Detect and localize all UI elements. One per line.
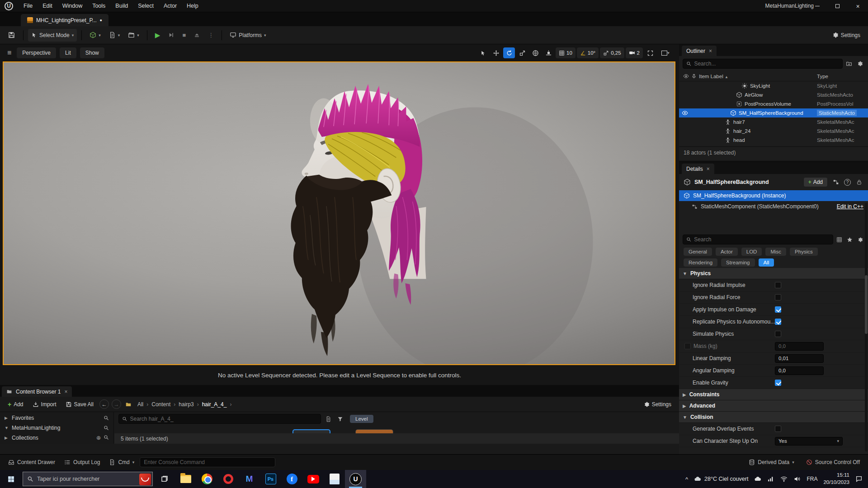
sidebar-item-collections[interactable]: ▶ Collections ⊕: [0, 433, 113, 443]
angular-damping-field[interactable]: 0,0: [775, 366, 824, 375]
notification-center-icon[interactable]: [855, 475, 863, 483]
grid-snap-control[interactable]: 10: [556, 47, 576, 58]
wifi-icon[interactable]: [780, 475, 788, 483]
output-log-button[interactable]: Output Log: [61, 456, 104, 468]
mass-override-checkbox[interactable]: [684, 343, 691, 349]
tray-expand-icon[interactable]: ^: [685, 476, 688, 483]
tab-outliner[interactable]: Outliner ×: [682, 46, 717, 56]
unreal-engine-button[interactable]: U: [345, 470, 366, 488]
lock-icon[interactable]: [854, 178, 863, 187]
section-advanced[interactable]: ▶ Advanced: [679, 400, 868, 412]
opera-button[interactable]: [217, 470, 239, 488]
close-icon[interactable]: ×: [707, 166, 710, 172]
view-mode-button[interactable]: Lit: [60, 47, 76, 58]
search-highlight-icon[interactable]: [139, 474, 151, 485]
perspective-button[interactable]: Perspective: [17, 47, 56, 58]
filter-actor[interactable]: Actor: [716, 248, 738, 256]
outliner-column-header[interactable]: Item Label ▲ Type: [679, 71, 868, 81]
search-icon[interactable]: [104, 415, 109, 421]
play-options-button[interactable]: ⋮: [205, 29, 217, 42]
content-drawer-button[interactable]: Content Drawer: [5, 456, 59, 468]
sidebar-item-project[interactable]: ▼ MetaHumanLighting: [0, 423, 113, 433]
sidebar-item-favorites[interactable]: ▶ Favorites: [0, 413, 113, 423]
derived-data-button[interactable]: Derived Data ▾: [745, 456, 798, 468]
breadcrumb-content[interactable]: Content: [151, 401, 170, 408]
add-asset-button[interactable]: + Add: [5, 399, 27, 410]
filter-funnel-icon[interactable]: [335, 414, 344, 423]
start-button[interactable]: [0, 470, 22, 488]
tab-details[interactable]: Details ×: [682, 164, 714, 174]
console-command-input[interactable]: [140, 457, 275, 467]
outliner-row[interactable]: SkyLight SkyLight: [679, 81, 868, 90]
outliner-settings-icon[interactable]: [855, 59, 864, 68]
restore-button[interactable]: [827, 0, 848, 12]
filter-misc[interactable]: Misc: [765, 248, 786, 256]
minimize-button[interactable]: [807, 0, 827, 12]
viewport-render-area[interactable]: [3, 61, 675, 365]
save-button[interactable]: [5, 29, 19, 42]
filter-physics[interactable]: Physics: [790, 248, 818, 256]
details-settings-icon[interactable]: [855, 235, 864, 244]
select-tool[interactable]: [477, 47, 489, 58]
scale-tool[interactable]: [516, 47, 528, 58]
help-icon[interactable]: ?: [844, 179, 851, 186]
search-icon[interactable]: [104, 425, 109, 431]
tab-content-browser[interactable]: Content Browser 1 ×: [2, 386, 72, 397]
import-button[interactable]: Import: [29, 399, 60, 410]
save-search-icon[interactable]: [324, 414, 333, 423]
save-all-button[interactable]: Save All: [62, 399, 97, 410]
editor-mode-dropdown[interactable]: Select Mode ▾: [28, 29, 77, 42]
edit-in-cpp-link[interactable]: Edit in C++: [837, 203, 863, 210]
ignore-radial-impulse-checkbox[interactable]: [775, 282, 781, 288]
ignore-radial-force-checkbox[interactable]: [775, 294, 781, 300]
outliner-row-selected[interactable]: SM_HalfSphereBackground StaticMeshActo: [679, 108, 868, 117]
search-icon[interactable]: [104, 435, 109, 440]
youtube-button[interactable]: [302, 470, 324, 488]
translate-tool[interactable]: [490, 47, 502, 58]
chrome-button[interactable]: [196, 470, 217, 488]
rotate-tool[interactable]: [503, 47, 515, 58]
menu-help[interactable]: Help: [182, 0, 203, 12]
favorites-icon[interactable]: [845, 235, 854, 244]
scale-snap-control[interactable]: 0,25: [600, 47, 624, 58]
menu-window[interactable]: Window: [57, 0, 87, 12]
outliner-row[interactable]: head SkeletalMeshAc: [679, 136, 868, 145]
clock-widget[interactable]: 15:11 20/10/2023: [823, 472, 849, 486]
cmd-dropdown[interactable]: Cmd ▾: [105, 456, 138, 468]
add-actor-dropdown[interactable]: ▾: [86, 29, 104, 42]
outliner-row[interactable]: hair7 SkeletalMeshAc: [679, 117, 868, 127]
instance-row[interactable]: SM_HalfSphereBackground (Instance): [679, 190, 868, 201]
viewport-layout-dropdown[interactable]: ▾: [657, 47, 674, 58]
blueprints-dropdown[interactable]: ▾: [106, 29, 123, 42]
enable-gravity-checkbox[interactable]: [775, 380, 781, 386]
surface-snap-toggle[interactable]: [542, 47, 554, 58]
platforms-dropdown[interactable]: Platforms ▾: [226, 29, 269, 42]
rotation-snap-control[interactable]: 10°: [577, 47, 599, 58]
menu-select[interactable]: Select: [133, 0, 159, 12]
maximize-viewport-button[interactable]: [644, 47, 656, 58]
breadcrumb-hairp3[interactable]: hairp3: [179, 401, 193, 408]
stop-button[interactable]: ■: [179, 29, 189, 42]
filter-rendering[interactable]: Rendering: [684, 258, 717, 267]
display-options-icon[interactable]: [835, 235, 844, 244]
outliner-row[interactable]: hair_24 SkeletalMeshAc: [679, 127, 868, 136]
menu-actor[interactable]: Actor: [159, 0, 182, 12]
asset-search-input[interactable]: [130, 416, 317, 422]
visibility-column-icon[interactable]: [683, 72, 689, 81]
add-component-button[interactable]: + Add: [803, 177, 828, 187]
details-search-input[interactable]: [694, 236, 830, 243]
menu-edit[interactable]: Edit: [38, 0, 57, 12]
task-view-button[interactable]: [154, 470, 175, 488]
apply-impulse-on-damage-checkbox[interactable]: [775, 306, 781, 313]
section-constraints[interactable]: ▶ Constraints: [679, 389, 868, 400]
cinematics-dropdown[interactable]: ▾: [125, 29, 142, 42]
details-search[interactable]: [683, 235, 833, 244]
can-character-step-up-dropdown[interactable]: Yes ▾: [775, 437, 843, 446]
outliner-search-input[interactable]: [694, 61, 839, 67]
filter-streaming[interactable]: Streaming: [721, 258, 755, 267]
outliner-search[interactable]: [683, 59, 843, 69]
eject-button[interactable]: [191, 29, 203, 42]
mass-value-field[interactable]: 0,0: [775, 342, 824, 351]
language-indicator[interactable]: FRA: [807, 476, 817, 482]
menu-tools[interactable]: Tools: [87, 0, 110, 12]
